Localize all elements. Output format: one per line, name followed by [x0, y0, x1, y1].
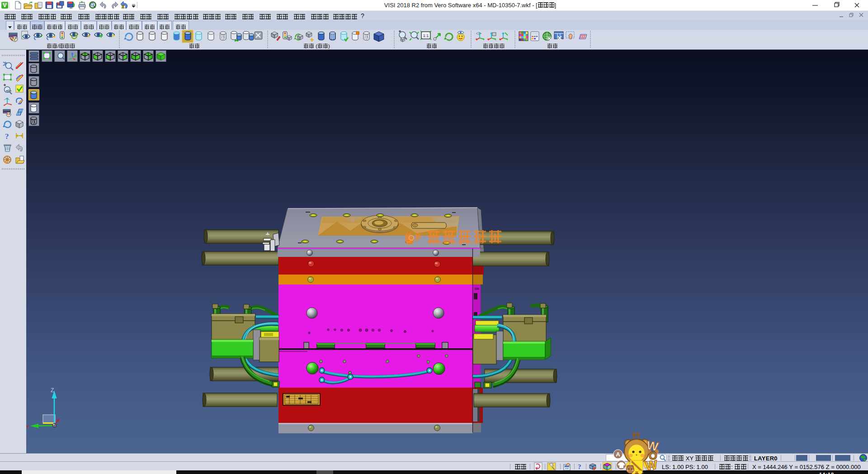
- svg-text:?: ?: [578, 463, 581, 470]
- svg-text:W: W: [645, 457, 659, 473]
- svg-text:INTELLIGENT MANUFACTURING DATA: INTELLIGENT MANUFACTURING DATA: [428, 242, 483, 245]
- svg-text:1:1: 1:1: [423, 33, 429, 38]
- svg-text:A: A: [616, 451, 620, 458]
- svg-text:?: ?: [5, 132, 9, 141]
- svg-text:Y: Y: [26, 424, 29, 430]
- svg-text:Z: Z: [51, 387, 54, 393]
